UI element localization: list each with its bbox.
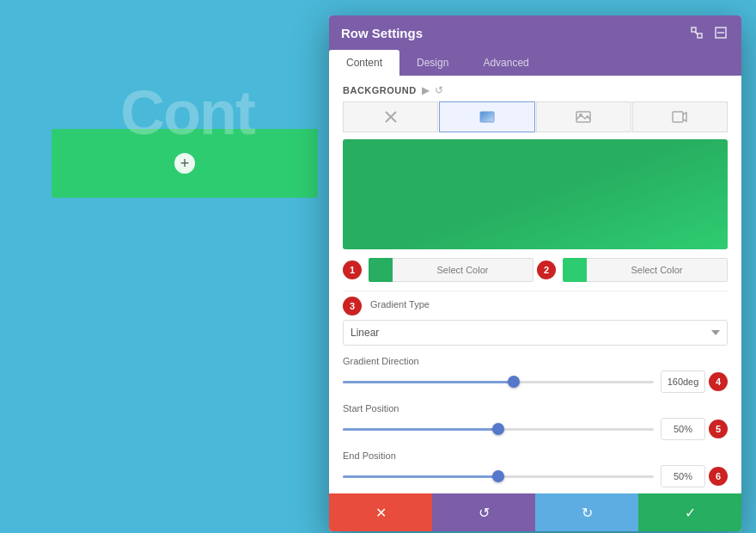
color-pickers-row: 1 Select Color 2 Select Color <box>329 258 741 291</box>
redo-button[interactable]: ↻ <box>535 493 638 531</box>
svg-rect-11 <box>673 112 683 122</box>
gradient-direction-slider-row: 160deg 4 <box>343 371 728 393</box>
background-type-bar <box>329 101 741 139</box>
expand-icon[interactable] <box>688 24 705 41</box>
end-position-value-wrap: 50% 6 <box>661 465 728 487</box>
end-position-slider-row: 50% 6 <box>343 465 728 487</box>
save-button[interactable]: ✓ <box>638 493 741 531</box>
start-position-fill <box>343 428 498 431</box>
row-settings-modal: Row Settings Content Design Advanced <box>329 15 741 531</box>
color-2-picker: Select Color <box>563 258 728 282</box>
select-color-1-btn[interactable]: Select Color <box>393 258 533 282</box>
reset-button[interactable]: ↺ <box>432 493 535 531</box>
gradient-direction-fill <box>343 381 514 383</box>
start-position-label: Start Position <box>343 403 728 414</box>
gradient-direction-row: Gradient Direction 160deg 4 <box>329 351 741 398</box>
gradient-direction-track <box>343 381 654 383</box>
color-2-swatch[interactable] <box>563 258 587 282</box>
gradient-type-label: Gradient Type <box>370 299 430 309</box>
svg-rect-0 <box>692 28 696 32</box>
cursor-icon[interactable]: ▶ <box>422 84 430 96</box>
gradient-direction-slider-wrap <box>343 373 654 390</box>
gradient-direction-thumb[interactable] <box>508 376 520 388</box>
bg-content-text: Cont <box>120 77 254 148</box>
start-position-value-wrap: 50% 5 <box>661 418 728 440</box>
end-position-fill <box>343 475 498 478</box>
color-1-swatch[interactable] <box>369 258 393 282</box>
modal-body: Background ▶ ↺ <box>329 76 741 493</box>
image-background-btn[interactable] <box>536 101 631 132</box>
no-background-btn[interactable] <box>343 101 438 132</box>
step-6-badge: 6 <box>709 467 728 486</box>
step-4-badge: 4 <box>709 372 728 391</box>
video-background-btn[interactable] <box>632 101 728 132</box>
end-position-value[interactable]: 50% <box>661 465 705 487</box>
end-position-slider-wrap <box>343 468 654 485</box>
modal-header: Row Settings <box>329 15 741 50</box>
background-label: Background <box>343 85 417 95</box>
start-position-thumb[interactable] <box>492 423 504 435</box>
modal-header-actions <box>688 24 729 41</box>
end-position-thumb[interactable] <box>492 470 504 482</box>
tab-content[interactable]: Content <box>329 50 399 76</box>
gradient-direction-label: Gradient Direction <box>343 356 728 366</box>
start-position-value[interactable]: 50% <box>661 418 705 440</box>
tab-design[interactable]: Design <box>399 50 466 76</box>
gradient-preview <box>343 139 728 249</box>
end-position-row: End Position 50% 6 <box>329 445 741 493</box>
start-position-slider-row: 50% 5 <box>343 418 728 440</box>
modal-title: Row Settings <box>341 26 423 40</box>
gradient-type-select[interactable]: Linear Radial <box>343 320 728 346</box>
start-position-slider-wrap <box>343 420 654 438</box>
step-1-badge: 1 <box>343 260 362 279</box>
modal-footer: ✕ ↺ ↻ ✓ <box>329 493 741 531</box>
tab-bar: Content Design Advanced <box>329 50 741 76</box>
step-3-badge: 3 <box>343 297 362 316</box>
svg-rect-1 <box>698 34 702 38</box>
background-section-header: Background ▶ ↺ <box>329 76 741 101</box>
color-1-picker: Select Color <box>369 258 533 282</box>
collapse-icon[interactable] <box>712 24 729 41</box>
add-section-button[interactable]: + <box>174 153 195 174</box>
select-color-2-btn[interactable]: Select Color <box>587 258 728 282</box>
gradient-background-btn[interactable] <box>439 101 534 132</box>
reset-bg-icon[interactable]: ↺ <box>435 84 443 96</box>
end-position-label: End Position <box>343 450 728 461</box>
gradient-type-row: 3 Gradient Type Linear Radial <box>329 291 741 351</box>
start-position-row: Start Position 50% 5 <box>329 398 741 445</box>
step-5-badge: 5 <box>709 420 728 438</box>
cancel-button[interactable]: ✕ <box>329 493 432 531</box>
tab-advanced[interactable]: Advanced <box>466 50 546 76</box>
gradient-direction-value-wrap: 160deg 4 <box>661 371 728 393</box>
gradient-direction-value[interactable]: 160deg <box>661 371 705 393</box>
step-2-badge: 2 <box>537 260 556 279</box>
svg-rect-8 <box>480 112 494 122</box>
